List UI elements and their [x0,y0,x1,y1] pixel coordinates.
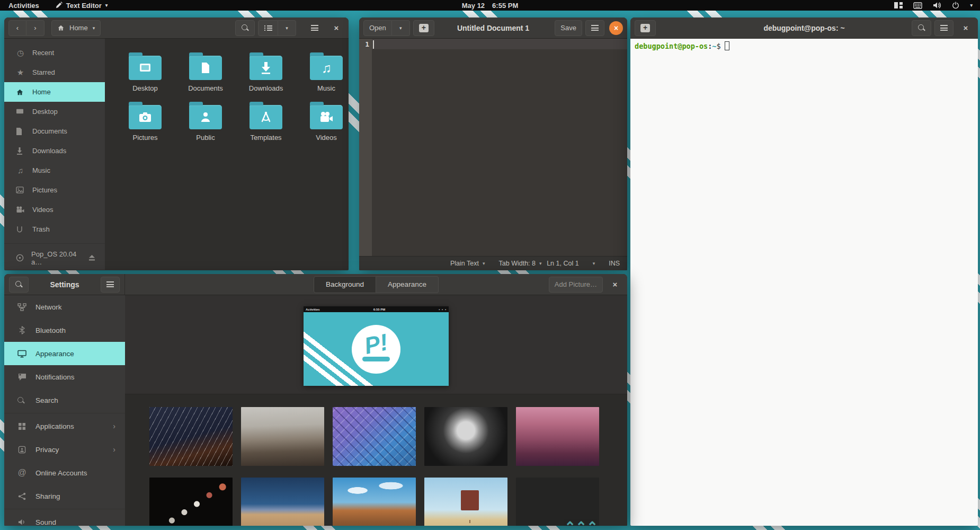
wallpaper-thumbnail-monument-valley[interactable] [333,478,416,526]
tiling-toggle-icon[interactable] [894,2,903,8]
folder-videos[interactable]: Videos [300,101,349,142]
sidebar-item-home[interactable]: Home [4,82,105,102]
search-button[interactable] [235,20,255,36]
settings-sidebar: Network Bluetooth Appearance Notificatio… [4,295,125,526]
trash-icon [16,226,25,233]
folder-public[interactable]: Public [179,101,232,142]
files-titlebar[interactable]: ‹ › Home ▾ ▾ × [4,17,349,39]
sidebar-item-music[interactable]: ♫Music [4,161,105,180]
editor-titlebar[interactable]: Open ▾ Untitled Document 1 Save × [359,17,627,39]
eject-icon[interactable] [88,255,96,261]
sidebar-item-sound[interactable]: Sound [4,510,125,526]
wallpaper-grid [125,394,627,526]
folder-documents[interactable]: Documents [179,51,232,92]
save-button[interactable]: Save [555,20,582,36]
chevron-down-icon[interactable]: ▾ [593,261,595,266]
sidebar-item-popos-volume[interactable]: Pop_OS 20.04 a… [4,248,105,268]
menu-button[interactable] [101,277,120,293]
video-camera-icon [16,206,25,213]
close-button[interactable]: × [327,20,345,36]
sidebar-item-search[interactable]: Search [4,388,125,412]
folder-music[interactable]: ♫ Music [300,51,349,92]
terminal-content[interactable]: debugpoint@pop-os:~$ [630,39,978,526]
folder-pictures[interactable]: Pictures [119,101,172,142]
clock-icon: ◷ [16,49,25,57]
system-menu[interactable]: ▾ [894,2,980,9]
chevron-right-icon: › [34,24,36,32]
sidebar-item-online-accounts[interactable]: @ Online Accounts [4,461,125,484]
wallpaper-thumbnail-geometric-triangles[interactable] [333,407,416,466]
sidebar-item-applications[interactable]: Applications › [4,414,125,438]
activities-button[interactable]: Activities [0,2,48,10]
sidebar-item-videos[interactable]: Videos [4,200,105,219]
wallpaper-thumbnail-star-trails[interactable] [149,407,233,466]
view-options-button[interactable]: ▾ [278,20,296,36]
menu-button[interactable] [305,20,324,36]
path-button[interactable]: Home ▾ [51,20,101,36]
sidebar-item-downloads[interactable]: Downloads [4,141,105,161]
wallpaper-thumbnail-canyon-sunset[interactable] [516,407,599,466]
sidebar-item-documents[interactable]: Documents [4,121,105,141]
search-button[interactable] [912,20,931,36]
clock[interactable]: May 126:55 PM [0,2,980,10]
tab-width-selector[interactable]: Tab Width: 8▾ [499,260,542,267]
close-button[interactable]: × [957,20,975,36]
sidebar-item-appearance[interactable]: Appearance [4,342,125,365]
wallpaper-thumbnail-dark-chevrons[interactable] [516,478,599,526]
folder-icon [189,105,222,129]
close-button[interactable]: × [606,277,624,293]
new-document-button[interactable] [413,20,434,36]
volume-icon[interactable] [933,2,941,9]
wallpaper-thumbnail-colorado-sign[interactable] [424,478,507,526]
keyboard-icon[interactable] [913,2,922,9]
chevron-down-icon: ▾ [105,3,108,8]
app-menu-button[interactable]: Text Editor ▾ [48,2,115,10]
editor-text-area[interactable]: 1 [359,39,627,256]
sidebar-item-desktop[interactable]: Desktop [4,102,105,121]
sidebar-item-starred[interactable]: ★Starred [4,63,105,82]
menu-button[interactable] [585,20,604,36]
close-button[interactable]: × [609,21,623,35]
date-label[interactable]: May 12 [462,2,485,10]
sidebar-divider [4,413,125,413]
monitor-icon [17,350,27,358]
new-tab-button[interactable] [635,20,656,36]
view-toggle-button[interactable] [258,20,278,36]
sidebar-item-notifications[interactable]: Notifications [4,365,125,388]
open-recent-button[interactable]: ▾ [392,20,410,36]
forward-button[interactable]: › [26,20,44,36]
insert-mode-indicator[interactable]: INS [609,260,620,267]
files-sidebar: ◷Recent ★Starred Home Desktop Documents … [4,39,105,270]
time-label[interactable]: 6:55 PM [492,2,518,10]
sidebar-item-recent[interactable]: ◷Recent [4,43,105,63]
menu-button[interactable] [934,20,954,36]
tab-background[interactable]: Background [314,276,376,293]
language-selector[interactable]: Plain Text▾ [450,260,485,267]
sidebar-item-pictures[interactable]: Pictures [4,180,105,200]
add-picture-button[interactable]: Add Picture… [549,277,603,293]
open-button[interactable]: Open [363,20,392,36]
folder-downloads[interactable]: Downloads [239,51,292,92]
folder-templates[interactable]: Templates [239,101,292,142]
terminal-titlebar[interactable]: debugpoint@pop-os: ~ × [630,17,978,39]
sidebar-item-bluetooth[interactable]: Bluetooth [4,319,125,342]
wallpaper-thumbnail-snowy-mountains[interactable] [241,407,324,466]
search-button[interactable] [9,277,29,293]
close-icon: × [964,23,968,32]
wallpaper-thumbnail-lunar-eclipse[interactable] [149,478,233,526]
wallpaper-thumbnail-desert-night[interactable] [241,478,324,526]
sidebar-item-sharing[interactable]: Sharing [4,484,125,508]
sidebar-item-trash[interactable]: Trash [4,219,105,239]
folder-desktop[interactable]: Desktop [119,51,172,92]
settings-titlebar[interactable]: Settings Background Appearance Add Pictu… [4,274,627,295]
wallpaper-preview[interactable]: Activities 6:55 PM • • • P! [304,306,449,386]
wallpaper-thumbnail-satellite-dish[interactable] [424,407,507,466]
music-note-icon: ♫ [322,61,332,75]
chevron-down-icon: ▾ [93,25,95,31]
power-icon[interactable] [952,2,959,9]
sidebar-item-privacy[interactable]: Privacy › [4,438,125,461]
sidebar-item-network[interactable]: Network [4,295,125,319]
cursor-position[interactable]: Ln 1, Col 1 [547,260,578,267]
tab-appearance[interactable]: Appearance [376,276,439,293]
back-button[interactable]: ‹ [8,20,26,36]
